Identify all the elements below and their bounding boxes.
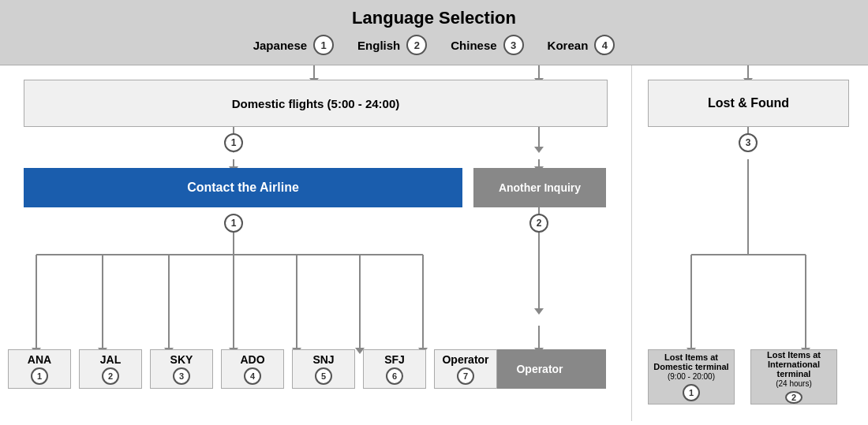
- lang-korean-badge: 4: [594, 35, 615, 55]
- domestic-badge: 1: [224, 133, 243, 152]
- domestic-flights-box[interactable]: Domestic flights (5:00 - 24:00): [24, 80, 608, 127]
- airline-box-snj[interactable]: SNJ 5: [292, 349, 355, 389]
- lang-korean-label: Korean: [548, 39, 589, 52]
- svg-marker-9: [534, 147, 544, 153]
- airline-box-sfj[interactable]: SFJ 6: [363, 349, 426, 389]
- airline-box-ana[interactable]: ANA 1: [8, 349, 71, 389]
- operator-gray-label: Operator: [516, 363, 563, 375]
- lost-found-box[interactable]: Lost & Found: [648, 80, 849, 127]
- lang-english-label: English: [357, 39, 400, 52]
- lang-japanese[interactable]: Japanese 1: [253, 35, 334, 55]
- lost-found-label: Lost & Found: [708, 96, 789, 110]
- lang-english-badge: 2: [406, 35, 427, 55]
- lost-international-box[interactable]: Lost Items atInternational terminal(24 h…: [750, 349, 837, 404]
- lang-chinese-label: Chinese: [451, 39, 496, 52]
- another-inquiry-box[interactable]: Another Inquiry: [473, 168, 606, 207]
- inquiry-badge: 2: [529, 214, 548, 233]
- airline-box-operator[interactable]: Operator 7: [434, 349, 497, 389]
- airline-badge: 1: [224, 214, 243, 233]
- domestic-label: Domestic flights: [232, 97, 324, 110]
- lang-english[interactable]: English 2: [357, 35, 427, 55]
- airline-box-sky[interactable]: SKY 3: [150, 349, 213, 389]
- lang-japanese-badge: 1: [313, 35, 334, 55]
- airline-label: Contact the Airline: [187, 181, 299, 195]
- lang-korean[interactable]: Korean 4: [548, 35, 615, 55]
- page-title: Language Selection: [0, 8, 868, 28]
- left-section: Domestic flights (5:00 - 24:00) 1 Contac…: [0, 65, 631, 421]
- airline-box-jal[interactable]: JAL 2: [79, 349, 142, 389]
- lang-chinese[interactable]: Chinese 3: [451, 35, 523, 55]
- header: Language Selection Japanese 1 English 2 …: [0, 0, 868, 65]
- lost-found-badge: 3: [739, 133, 758, 152]
- airline-boxes-row: ANA 1 JAL 2 SKY 3 ADO 4 SNJ 5 SFJ 6: [8, 349, 497, 389]
- main-content: Domestic flights (5:00 - 24:00) 1 Contac…: [0, 65, 868, 421]
- inquiry-label: Another Inquiry: [499, 181, 581, 194]
- domestic-time: (5:00 - 24:00): [327, 97, 400, 110]
- lost-domestic-box[interactable]: Lost Items atDomestic terminal(9:00 - 20…: [648, 349, 735, 404]
- contact-airline-box[interactable]: Contact the Airline: [24, 168, 462, 207]
- airline-box-ado[interactable]: ADO 4: [221, 349, 284, 389]
- lang-japanese-label: Japanese: [253, 39, 307, 52]
- lang-chinese-badge: 3: [503, 35, 524, 55]
- language-selection-row: Japanese 1 English 2 Chinese 3 Korean 4: [0, 35, 868, 60]
- svg-marker-13: [534, 308, 544, 315]
- right-section: Lost & Found 3 Lost Items atDomestic ter…: [631, 65, 868, 421]
